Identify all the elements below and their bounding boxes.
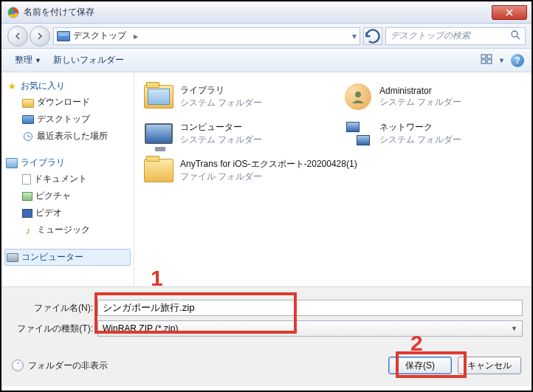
- computer-icon: [7, 253, 18, 262]
- video-icon: [22, 209, 32, 218]
- chevron-down-icon[interactable]: ▼: [498, 57, 505, 64]
- breadcrumb[interactable]: デスクトップ ▸ ▾: [53, 27, 360, 45]
- list-item[interactable]: コンピューターシステム フォルダー: [140, 115, 325, 152]
- app-icon: [7, 7, 19, 18]
- filename-input[interactable]: [97, 300, 523, 316]
- svg-rect-3: [481, 55, 486, 58]
- sidebar-group-libraries[interactable]: ライブラリ: [4, 155, 131, 171]
- library-folder-icon: [144, 85, 173, 109]
- close-button[interactable]: [492, 5, 527, 20]
- filetype-combo[interactable]: WinRAR ZIP (*.zip)▼: [97, 320, 523, 337]
- network-icon: [345, 120, 371, 147]
- sidebar-group-favorites[interactable]: ★お気に入り: [4, 78, 131, 94]
- refresh-button[interactable]: [363, 27, 382, 45]
- sidebar-item-pictures[interactable]: ピクチャ: [4, 188, 131, 204]
- chevron-down-icon: ▼: [35, 57, 41, 64]
- list-item[interactable]: AnyTrans for iOS-エクスポート-20200428(1)ファイル …: [140, 152, 376, 189]
- organize-button[interactable]: 整理▼: [9, 51, 47, 69]
- list-item[interactable]: Administratorシステム フォルダー: [340, 78, 524, 115]
- picture-icon: [22, 192, 32, 201]
- search-icon: [510, 30, 520, 42]
- library-icon: [6, 158, 18, 168]
- sidebar: ★お気に入り ダウンロード デスクトップ 最近表示した場所 ライブラリ ドキュメ…: [1, 72, 134, 286]
- search-placeholder: デスクトップの検索: [391, 30, 470, 42]
- breadcrumb-dropdown-icon[interactable]: ▾: [352, 31, 357, 41]
- star-icon: ★: [6, 80, 18, 92]
- folder-icon: [22, 99, 34, 108]
- view-options-button[interactable]: [481, 53, 492, 67]
- back-button[interactable]: [7, 26, 28, 47]
- sidebar-item-documents[interactable]: ドキュメント: [4, 171, 131, 188]
- chevron-down-icon: ▼: [511, 325, 517, 332]
- hide-folders-toggle[interactable]: ˅フォルダーの非表示: [12, 360, 108, 372]
- window-title: 名前を付けて保存: [24, 6, 492, 18]
- chevron-down-icon: ˅: [12, 360, 24, 371]
- list-item[interactable]: ライブラリシステム フォルダー: [140, 78, 325, 115]
- computer-icon: [145, 123, 173, 144]
- new-folder-button[interactable]: 新しいフォルダー: [47, 51, 130, 69]
- save-button[interactable]: 保存(S): [388, 357, 452, 374]
- toolbar: 整理▼ 新しいフォルダー ▼ ?: [1, 49, 532, 72]
- sidebar-item-downloads[interactable]: ダウンロード: [4, 94, 131, 111]
- list-item[interactable]: ネットワークシステム フォルダー: [340, 115, 524, 152]
- titlebar: 名前を付けて保存: [1, 1, 532, 24]
- svg-rect-5: [481, 60, 486, 63]
- sidebar-item-desktop[interactable]: デスクトップ: [4, 111, 131, 128]
- desktop-icon: [22, 115, 34, 124]
- recent-icon: [22, 131, 34, 142]
- search-input[interactable]: デスクトップの検索: [385, 27, 526, 45]
- svg-rect-4: [487, 55, 492, 58]
- forward-button[interactable]: [30, 26, 50, 47]
- breadcrumb-location: デスクトップ: [73, 30, 126, 42]
- sidebar-item-videos[interactable]: ビデオ: [4, 204, 131, 221]
- file-list: ライブラリシステム フォルダー Administratorシステム フォルダー …: [134, 72, 532, 286]
- desktop-icon: [57, 31, 70, 41]
- document-icon: [22, 174, 31, 185]
- music-icon: ♪: [22, 224, 34, 236]
- svg-rect-6: [487, 60, 492, 63]
- cancel-button[interactable]: キャンセル: [458, 357, 521, 374]
- svg-point-8: [355, 92, 361, 97]
- user-icon: [345, 83, 371, 110]
- filename-label: ファイル名(N):: [10, 302, 97, 314]
- chevron-right-icon: ▸: [129, 31, 142, 41]
- svg-point-2: [512, 31, 517, 37]
- help-button[interactable]: ?: [511, 54, 524, 67]
- filetype-label: ファイルの種類(T):: [10, 323, 97, 335]
- sidebar-item-recent[interactable]: 最近表示した場所: [4, 128, 131, 145]
- navbar: デスクトップ ▸ ▾ デスクトップの検索: [1, 24, 532, 49]
- sidebar-item-music[interactable]: ♪ミュージック: [4, 221, 131, 238]
- save-panel: ファイル名(N): ファイルの種類(T): WinRAR ZIP (*.zip)…: [1, 286, 532, 386]
- folder-icon: [144, 159, 173, 182]
- sidebar-group-computer[interactable]: コンピューター: [4, 249, 131, 266]
